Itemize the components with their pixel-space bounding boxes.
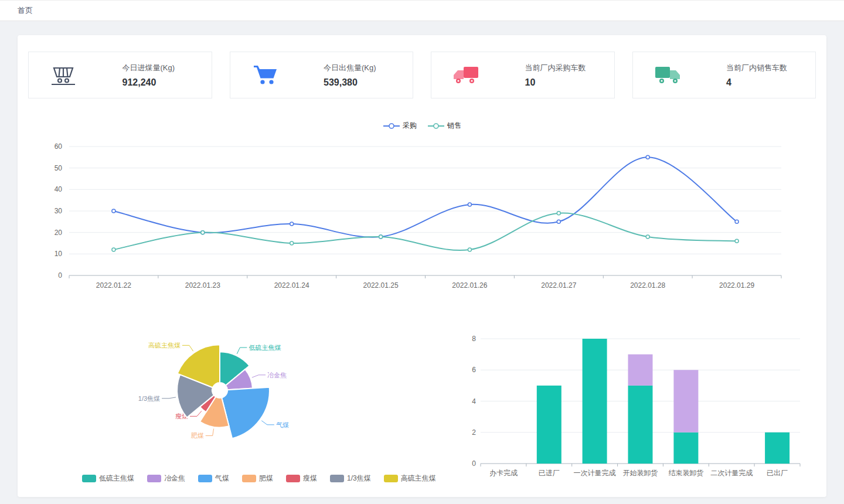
stat-card-coke-out: 今日出焦量(Kg) 539,380 <box>230 52 414 98</box>
svg-text:50: 50 <box>55 164 63 172</box>
stat-value: 10 <box>525 77 594 88</box>
truck-outbound-icon <box>653 65 682 85</box>
svg-text:高硫主焦煤: 高硫主焦煤 <box>148 342 181 349</box>
stat-text: 当前厂内采购车数 10 <box>525 63 594 88</box>
svg-text:2022.01.25: 2022.01.25 <box>363 281 399 290</box>
svg-text:10: 10 <box>55 250 63 258</box>
pie-chart-legend: 低硫主焦煤冶金焦气煤肥煤瘦煤1/3焦煤高硫主焦煤 <box>82 474 436 483</box>
svg-text:20: 20 <box>55 229 63 237</box>
pie-legend-item[interactable]: 高硫主焦煤 <box>384 474 436 483</box>
stat-card-sales-trucks: 当前厂内销售车数 4 <box>632 52 816 98</box>
svg-text:开始装卸货: 开始装卸货 <box>623 469 658 477</box>
svg-text:已进厂: 已进厂 <box>539 469 560 477</box>
pie-legend-item[interactable]: 肥煤 <box>242 474 273 483</box>
breadcrumb-home[interactable]: 首页 <box>18 5 33 16</box>
svg-text:2022.01.26: 2022.01.26 <box>452 281 487 290</box>
svg-text:办卡完成: 办卡完成 <box>489 469 518 477</box>
stat-card-coal-in: 今日进煤量(Kg) 912,240 <box>28 52 212 98</box>
stat-label: 当前厂内采购车数 <box>525 63 594 73</box>
stat-value: 912,240 <box>122 77 192 88</box>
stat-value: 539,380 <box>324 77 393 88</box>
vehicle-status-bar-chart: 02468办卡完成已进厂一次计量完成开始装卸货结束装卸货二次计量完成已出厂 <box>460 327 823 503</box>
svg-text:2022.01.28: 2022.01.28 <box>630 281 665 290</box>
stat-card-purchase-trucks: 当前厂内采购车数 10 <box>431 52 615 98</box>
pie-legend-item[interactable]: 瘦煤 <box>286 474 317 483</box>
svg-text:气煤: 气煤 <box>276 421 289 428</box>
stat-label: 今日出焦量(Kg) <box>324 63 393 73</box>
dashboard-panel: 今日进煤量(Kg) 912,240 今日出焦量(Kg) 539,380 <box>18 35 826 497</box>
svg-text:肥煤: 肥煤 <box>191 432 204 439</box>
pie-legend-item[interactable]: 1/3焦煤 <box>330 474 371 483</box>
svg-text:30: 30 <box>55 207 63 215</box>
svg-text:2022.01.24: 2022.01.24 <box>274 281 309 290</box>
purchase-sales-line-chart: 01020304050602022.01.222022.01.232022.01… <box>28 134 816 304</box>
svg-text:4: 4 <box>472 397 476 406</box>
stat-text: 今日出焦量(Kg) 539,380 <box>324 63 393 88</box>
line-legend-item[interactable]: 销售 <box>427 121 461 131</box>
svg-text:0: 0 <box>58 271 62 280</box>
svg-text:2022.01.23: 2022.01.23 <box>185 281 220 290</box>
stat-text: 今日进煤量(Kg) 912,240 <box>122 63 192 88</box>
stat-text: 当前厂内销售车数 4 <box>726 63 795 88</box>
svg-text:40: 40 <box>55 185 63 193</box>
stat-label: 当前厂内销售车数 <box>726 63 795 73</box>
svg-text:2022.01.29: 2022.01.29 <box>719 281 754 290</box>
stats-row: 今日进煤量(Kg) 912,240 今日出焦量(Kg) 539,380 <box>28 52 816 98</box>
mine-cart-icon <box>49 64 78 86</box>
svg-text:60: 60 <box>55 142 63 151</box>
svg-text:2: 2 <box>472 428 476 437</box>
stat-value: 4 <box>726 77 795 88</box>
svg-text:2022.01.27: 2022.01.27 <box>541 281 576 290</box>
svg-text:低硫主焦煤: 低硫主焦煤 <box>249 344 281 351</box>
pie-legend-item[interactable]: 低硫主焦煤 <box>82 474 134 483</box>
line-chart-legend: 采购销售 <box>18 121 826 131</box>
svg-text:6: 6 <box>472 366 476 374</box>
svg-text:已出厂: 已出厂 <box>767 469 788 477</box>
shopping-cart-icon <box>250 64 280 86</box>
svg-text:2022.01.22: 2022.01.22 <box>96 281 131 290</box>
truck-inbound-icon <box>451 65 481 85</box>
line-legend-item[interactable]: 采购 <box>383 121 417 131</box>
svg-text:8: 8 <box>472 335 476 343</box>
svg-text:冶金焦: 冶金焦 <box>267 372 287 379</box>
pie-legend-item[interactable]: 冶金焦 <box>147 474 185 483</box>
svg-text:结束装卸货: 结束装卸货 <box>668 469 703 477</box>
svg-text:0: 0 <box>472 459 476 468</box>
pie-legend-item[interactable]: 气煤 <box>198 474 229 483</box>
svg-text:一次计量完成: 一次计量完成 <box>574 469 616 477</box>
stat-label: 今日进煤量(Kg) <box>122 63 192 73</box>
svg-text:1/3焦煤: 1/3焦煤 <box>138 395 160 402</box>
svg-text:二次计量完成: 二次计量完成 <box>710 469 753 477</box>
topbar: 首页 <box>0 0 844 21</box>
coal-type-rose-pie-chart: 低硫主焦煤冶金焦气煤肥煤瘦煤1/3焦煤高硫主焦煤 <box>44 331 396 463</box>
